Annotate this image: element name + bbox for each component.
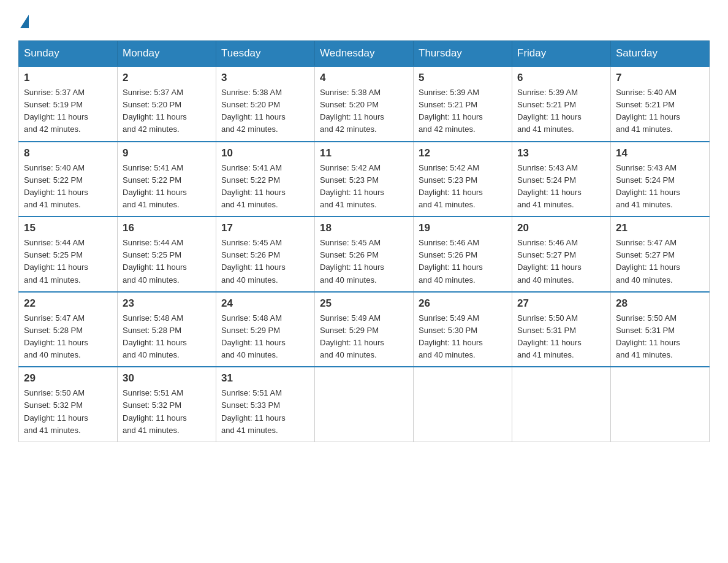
day-number: 19 <box>419 222 507 234</box>
day-info: Sunrise: 5:44 AMSunset: 5:25 PMDaylight:… <box>123 237 211 286</box>
day-number: 13 <box>517 147 605 159</box>
calendar-cell <box>414 367 512 442</box>
calendar-cell: 25Sunrise: 5:49 AMSunset: 5:29 PMDayligh… <box>315 292 414 367</box>
calendar-cell <box>315 367 414 442</box>
day-info: Sunrise: 5:50 AMSunset: 5:31 PMDaylight:… <box>616 312 704 362</box>
calendar-cell: 28Sunrise: 5:50 AMSunset: 5:31 PMDayligh… <box>611 292 710 367</box>
day-info: Sunrise: 5:38 AMSunset: 5:20 PMDaylight:… <box>221 86 309 136</box>
day-info: Sunrise: 5:48 AMSunset: 5:29 PMDaylight:… <box>221 312 309 362</box>
day-number: 1 <box>24 72 112 84</box>
day-info: Sunrise: 5:41 AMSunset: 5:22 PMDaylight:… <box>123 162 211 212</box>
header-wednesday: Wednesday <box>315 41 414 67</box>
day-number: 21 <box>616 222 704 234</box>
day-info: Sunrise: 5:43 AMSunset: 5:24 PMDaylight:… <box>616 162 704 212</box>
calendar-cell: 12Sunrise: 5:42 AMSunset: 5:23 PMDayligh… <box>414 142 512 217</box>
day-number: 16 <box>123 222 211 234</box>
day-number: 9 <box>123 147 211 159</box>
calendar-cell: 26Sunrise: 5:49 AMSunset: 5:30 PMDayligh… <box>414 292 512 367</box>
day-number: 25 <box>320 297 408 310</box>
day-number: 28 <box>616 297 704 310</box>
day-number: 7 <box>616 72 704 84</box>
day-info: Sunrise: 5:47 AMSunset: 5:27 PMDaylight:… <box>616 237 704 286</box>
calendar-cell: 19Sunrise: 5:46 AMSunset: 5:26 PMDayligh… <box>414 216 512 292</box>
day-number: 26 <box>419 297 507 310</box>
calendar-cell: 4Sunrise: 5:38 AMSunset: 5:20 PMDaylight… <box>315 66 414 142</box>
day-info: Sunrise: 5:42 AMSunset: 5:23 PMDaylight:… <box>419 162 507 212</box>
day-info: Sunrise: 5:37 AMSunset: 5:19 PMDaylight:… <box>24 86 112 136</box>
calendar-week-row: 29Sunrise: 5:50 AMSunset: 5:32 PMDayligh… <box>19 367 710 442</box>
day-info: Sunrise: 5:43 AMSunset: 5:24 PMDaylight:… <box>517 162 605 212</box>
day-info: Sunrise: 5:40 AMSunset: 5:22 PMDaylight:… <box>24 162 112 212</box>
day-number: 31 <box>221 372 309 385</box>
calendar-cell: 15Sunrise: 5:44 AMSunset: 5:25 PMDayligh… <box>19 216 118 292</box>
day-number: 3 <box>221 72 309 84</box>
logo-triangle-icon <box>20 15 29 28</box>
calendar-cell: 3Sunrise: 5:38 AMSunset: 5:20 PMDaylight… <box>216 66 315 142</box>
day-info: Sunrise: 5:48 AMSunset: 5:28 PMDaylight:… <box>123 312 211 362</box>
day-info: Sunrise: 5:39 AMSunset: 5:21 PMDaylight:… <box>419 86 507 136</box>
day-number: 18 <box>320 222 408 234</box>
calendar-cell: 11Sunrise: 5:42 AMSunset: 5:23 PMDayligh… <box>315 142 414 217</box>
header-sunday: Sunday <box>19 41 118 67</box>
calendar-cell <box>611 367 710 442</box>
calendar-cell: 7Sunrise: 5:40 AMSunset: 5:21 PMDaylight… <box>611 66 710 142</box>
calendar-week-row: 15Sunrise: 5:44 AMSunset: 5:25 PMDayligh… <box>19 216 710 292</box>
day-number: 27 <box>517 297 605 310</box>
day-info: Sunrise: 5:49 AMSunset: 5:30 PMDaylight:… <box>419 312 507 362</box>
calendar-cell: 21Sunrise: 5:47 AMSunset: 5:27 PMDayligh… <box>611 216 710 292</box>
day-number: 29 <box>24 372 112 385</box>
calendar-cell: 31Sunrise: 5:51 AMSunset: 5:33 PMDayligh… <box>216 367 315 442</box>
day-info: Sunrise: 5:50 AMSunset: 5:31 PMDaylight:… <box>517 312 605 362</box>
day-number: 20 <box>517 222 605 234</box>
header-monday: Monday <box>118 41 216 67</box>
day-number: 30 <box>123 372 211 385</box>
day-number: 5 <box>419 72 507 84</box>
day-info: Sunrise: 5:47 AMSunset: 5:28 PMDaylight:… <box>24 312 112 362</box>
calendar-cell: 17Sunrise: 5:45 AMSunset: 5:26 PMDayligh… <box>216 216 315 292</box>
day-info: Sunrise: 5:46 AMSunset: 5:26 PMDaylight:… <box>419 237 507 286</box>
calendar-cell: 29Sunrise: 5:50 AMSunset: 5:32 PMDayligh… <box>19 367 118 442</box>
calendar-cell: 9Sunrise: 5:41 AMSunset: 5:22 PMDaylight… <box>118 142 216 217</box>
day-number: 15 <box>24 222 112 234</box>
calendar-cell: 18Sunrise: 5:45 AMSunset: 5:26 PMDayligh… <box>315 216 414 292</box>
day-info: Sunrise: 5:45 AMSunset: 5:26 PMDaylight:… <box>320 237 408 286</box>
day-number: 17 <box>221 222 309 234</box>
day-info: Sunrise: 5:51 AMSunset: 5:32 PMDaylight:… <box>123 387 211 437</box>
calendar-cell: 27Sunrise: 5:50 AMSunset: 5:31 PMDayligh… <box>512 292 611 367</box>
day-info: Sunrise: 5:37 AMSunset: 5:20 PMDaylight:… <box>123 86 211 136</box>
day-number: 11 <box>320 147 408 159</box>
day-number: 10 <box>221 147 309 159</box>
day-info: Sunrise: 5:39 AMSunset: 5:21 PMDaylight:… <box>517 86 605 136</box>
day-number: 8 <box>24 147 112 159</box>
day-number: 14 <box>616 147 704 159</box>
header-friday: Friday <box>512 41 611 67</box>
header-saturday: Saturday <box>611 41 710 67</box>
day-info: Sunrise: 5:44 AMSunset: 5:25 PMDaylight:… <box>24 237 112 286</box>
calendar-cell: 1Sunrise: 5:37 AMSunset: 5:19 PMDaylight… <box>19 66 118 142</box>
page-header <box>18 12 710 28</box>
day-info: Sunrise: 5:45 AMSunset: 5:26 PMDaylight:… <box>221 237 309 286</box>
day-number: 2 <box>123 72 211 84</box>
calendar-week-row: 8Sunrise: 5:40 AMSunset: 5:22 PMDaylight… <box>19 142 710 217</box>
calendar-cell: 2Sunrise: 5:37 AMSunset: 5:20 PMDaylight… <box>118 66 216 142</box>
day-info: Sunrise: 5:41 AMSunset: 5:22 PMDaylight:… <box>221 162 309 212</box>
day-info: Sunrise: 5:42 AMSunset: 5:23 PMDaylight:… <box>320 162 408 212</box>
day-info: Sunrise: 5:38 AMSunset: 5:20 PMDaylight:… <box>320 86 408 136</box>
day-info: Sunrise: 5:46 AMSunset: 5:27 PMDaylight:… <box>517 237 605 286</box>
day-number: 22 <box>24 297 112 310</box>
header-tuesday: Tuesday <box>216 41 315 67</box>
calendar-cell: 6Sunrise: 5:39 AMSunset: 5:21 PMDaylight… <box>512 66 611 142</box>
header-thursday: Thursday <box>414 41 512 67</box>
day-number: 24 <box>221 297 309 310</box>
calendar-cell: 8Sunrise: 5:40 AMSunset: 5:22 PMDaylight… <box>19 142 118 217</box>
day-number: 6 <box>517 72 605 84</box>
calendar-cell: 20Sunrise: 5:46 AMSunset: 5:27 PMDayligh… <box>512 216 611 292</box>
calendar-cell <box>512 367 611 442</box>
calendar-cell: 24Sunrise: 5:48 AMSunset: 5:29 PMDayligh… <box>216 292 315 367</box>
logo <box>18 12 29 28</box>
calendar-week-row: 1Sunrise: 5:37 AMSunset: 5:19 PMDaylight… <box>19 66 710 142</box>
calendar-cell: 10Sunrise: 5:41 AMSunset: 5:22 PMDayligh… <box>216 142 315 217</box>
calendar-cell: 5Sunrise: 5:39 AMSunset: 5:21 PMDaylight… <box>414 66 512 142</box>
calendar-cell: 22Sunrise: 5:47 AMSunset: 5:28 PMDayligh… <box>19 292 118 367</box>
calendar-header-row: SundayMondayTuesdayWednesdayThursdayFrid… <box>19 41 710 67</box>
